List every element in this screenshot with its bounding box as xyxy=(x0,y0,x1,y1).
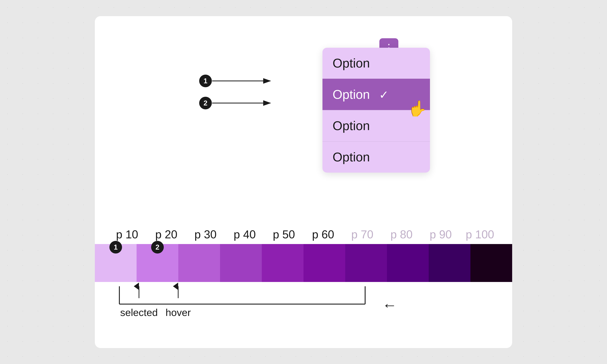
color-swatch-s30 xyxy=(178,244,220,282)
color-swatch-s10: 1 xyxy=(95,244,137,282)
scale-label-p50: p 50 xyxy=(264,228,304,241)
scale-label-p90: p 90 xyxy=(421,228,460,241)
bar-badge-1: 1 xyxy=(109,241,122,254)
left-arrow-label: ← xyxy=(382,297,397,313)
hover-label: hover xyxy=(166,307,191,318)
checkmark-icon: ✓ xyxy=(379,88,388,102)
color-swatch-s20: 2 xyxy=(137,244,178,282)
selected-label: selected xyxy=(120,307,158,318)
dropdown-item-3[interactable]: Option xyxy=(323,110,430,141)
dropdown-item-1-label: Option xyxy=(333,56,370,70)
scale-label-p30: p 30 xyxy=(186,228,225,241)
badge-2: 2 xyxy=(199,97,212,109)
scale-label-p10: p 10 xyxy=(107,228,147,241)
bar-badge-2: 2 xyxy=(151,241,164,254)
annotation-area: selected hover ← xyxy=(95,282,512,326)
scale-label-p60: p 60 xyxy=(304,228,343,241)
scale-label-p100: p 100 xyxy=(460,228,500,241)
color-swatch-s40 xyxy=(220,244,262,282)
annotation-svg: selected hover ← xyxy=(107,282,500,326)
scale-label-p40: p 40 xyxy=(225,228,264,241)
color-swatch-s90 xyxy=(429,244,470,282)
color-swatch-s50 xyxy=(262,244,304,282)
color-bar: 12 xyxy=(95,244,512,282)
badge-2-label: 2 xyxy=(204,99,207,107)
dropdown-item-3-label: Option xyxy=(333,119,370,133)
badge-1: 1 xyxy=(199,75,212,87)
color-swatch-s70 xyxy=(345,244,387,282)
dropdown-item-1[interactable]: Option xyxy=(323,48,430,79)
color-swatch-s80 xyxy=(387,244,429,282)
dropdown-item-4-label: Option xyxy=(333,150,370,164)
main-card: Option Option ✓ Option Option 1 2 � xyxy=(95,16,512,348)
dropdown-scene: Option Option ✓ Option Option 1 2 � xyxy=(177,38,430,190)
scale-label-p20: p 20 xyxy=(147,228,186,241)
scale-section: p 10p 20p 30p 40p 50p 60p 70p 80p 90p 10… xyxy=(95,228,512,348)
dropdown-item-2[interactable]: Option ✓ xyxy=(323,79,430,110)
color-swatch-s100 xyxy=(470,244,512,282)
scale-label-p80: p 80 xyxy=(382,228,421,241)
dropdown-item-2-label: Option xyxy=(333,87,370,102)
badge-1-label: 1 xyxy=(204,77,207,85)
color-swatch-s60 xyxy=(304,244,345,282)
dropdown-menu: Option Option ✓ Option Option xyxy=(323,48,430,173)
scale-labels-row: p 10p 20p 30p 40p 50p 60p 70p 80p 90p 10… xyxy=(95,228,512,241)
scale-label-p70: p 70 xyxy=(343,228,382,241)
dropdown-item-4[interactable]: Option xyxy=(323,141,430,173)
